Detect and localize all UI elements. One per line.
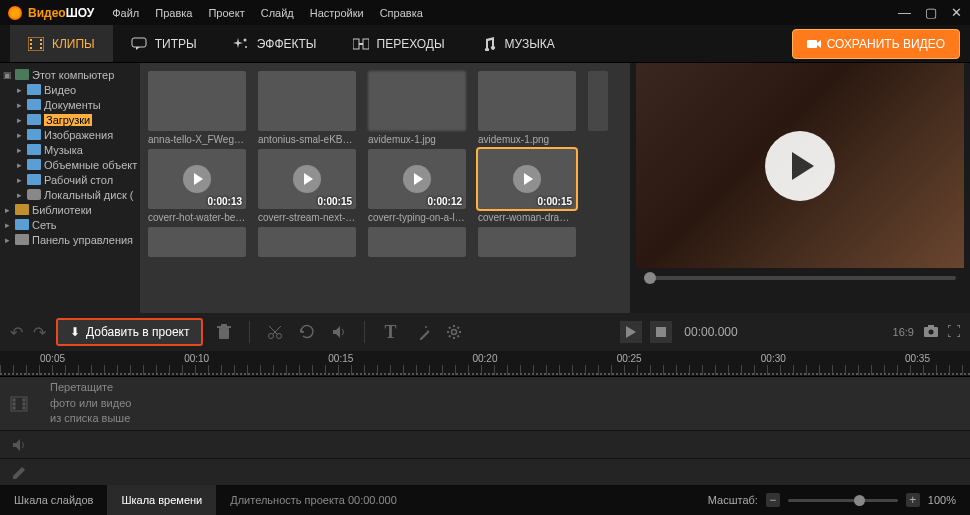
tab-clips-label: КЛИПЫ (52, 37, 95, 51)
titlebar: ВидеоШОУ Файл Правка Проект Слайд Настро… (0, 0, 970, 25)
fullscreen-button[interactable] (948, 325, 960, 339)
delete-button[interactable] (213, 324, 235, 340)
menu-help[interactable]: Справка (380, 7, 423, 19)
wand-button[interactable] (411, 324, 433, 340)
seek-knob[interactable] (644, 272, 656, 284)
thumbnail-grid: anna-tello-X_FWega1EU0-... antonius-smal… (140, 63, 630, 313)
menu-slide[interactable]: Слайд (261, 7, 294, 19)
svg-rect-13 (219, 328, 229, 339)
tree-desktop[interactable]: ▸Рабочий стол (0, 172, 140, 187)
menu-edit[interactable]: Правка (155, 7, 192, 19)
thumb-item[interactable]: avidemux-1.png (478, 71, 576, 145)
add-to-project-button[interactable]: ⬇ Добавить в проект (56, 318, 203, 346)
save-video-button[interactable]: СОХРАНИТЬ ВИДЕО (792, 29, 960, 59)
video-track-placeholder: Перетащите фото или видео из списка выше (38, 380, 131, 426)
zoom-in-button[interactable]: + (906, 493, 920, 507)
video-track[interactable]: Перетащите фото или видео из списка выше (0, 377, 970, 431)
view-timeline[interactable]: Шкала времени (107, 485, 216, 515)
view-slides[interactable]: Шкала слайдов (0, 485, 107, 515)
settings-button[interactable] (443, 324, 465, 340)
svg-rect-15 (221, 324, 227, 326)
svg-rect-27 (13, 399, 15, 401)
tree-music[interactable]: ▸Музыка (0, 142, 140, 157)
redo-button[interactable]: ↷ (33, 323, 46, 342)
effects-track[interactable] (0, 459, 970, 487)
thumb-item[interactable]: 0:00:15coverr-stream-next-to-the... (258, 149, 356, 223)
close-button[interactable]: ✕ (951, 5, 962, 20)
menu-settings[interactable]: Настройки (310, 7, 364, 19)
tree-3d-objects[interactable]: ▸Объемные объект (0, 157, 140, 172)
snapshot-button[interactable] (924, 325, 938, 339)
thumb-item[interactable]: anna-tello-X_FWega1EU0-... (148, 71, 246, 145)
tab-music[interactable]: МУЗЫКА (463, 25, 573, 62)
tree-documents[interactable]: ▸Документы (0, 97, 140, 112)
ruler-mark: 00:05 (40, 353, 65, 364)
thumb-item[interactable]: 0:00:13coverr-hot-water-being-p... (148, 149, 246, 223)
preview-seekbar[interactable] (644, 276, 956, 280)
thumb-item[interactable]: 0:00:12coverr-typing-on-a-laptop... (368, 149, 466, 223)
wand-icon (414, 324, 430, 340)
film-icon (28, 37, 44, 51)
thumb-item[interactable] (478, 227, 576, 257)
svg-rect-12 (807, 40, 817, 48)
thumb-item[interactable] (258, 227, 356, 257)
preview-play-button[interactable] (765, 131, 835, 201)
audio-track[interactable] (0, 431, 970, 459)
tab-effects-label: ЭФФЕКТЫ (257, 37, 317, 51)
tab-clips[interactable]: КЛИПЫ (10, 25, 113, 62)
ruler-mark: 00:15 (328, 353, 353, 364)
thumb-item[interactable]: avidemux-1.jpg (368, 71, 466, 145)
thumb-item[interactable]: 0:00:15coverr-woman-drawing-in-... (478, 149, 576, 223)
ruler-mark: 00:10 (184, 353, 209, 364)
sparkle-icon (233, 37, 249, 51)
tree-network[interactable]: ▸Сеть (0, 217, 140, 232)
tree-pictures[interactable]: ▸Изображения (0, 127, 140, 142)
tab-titles[interactable]: ТИТРЫ (113, 25, 215, 62)
tree-computer[interactable]: ▣Этот компьютер (0, 67, 140, 82)
svg-rect-11 (363, 39, 369, 49)
thumb-item[interactable] (588, 71, 608, 145)
menu-project[interactable]: Проект (208, 7, 244, 19)
trash-icon (217, 324, 231, 340)
svg-point-21 (452, 330, 457, 335)
svg-rect-25 (928, 325, 934, 328)
svg-rect-2 (30, 43, 32, 45)
tab-effects[interactable]: ЭФФЕКТЫ (215, 25, 335, 62)
svg-point-8 (243, 38, 246, 41)
tree-video[interactable]: ▸Видео (0, 82, 140, 97)
edit-toolbar: ↶ ↷ ⬇ Добавить в проект T 00:00.000 16:9 (0, 313, 970, 351)
stop-icon (656, 327, 666, 337)
timeline: 00:05 00:10 00:15 00:20 00:25 00:30 00:3… (0, 351, 970, 487)
thumb-item[interactable] (148, 227, 246, 257)
zoom-slider[interactable] (788, 499, 898, 502)
text-button[interactable]: T (379, 322, 401, 343)
tree-libraries[interactable]: ▸Библиотеки (0, 202, 140, 217)
tree-control-panel[interactable]: ▸Панель управления (0, 232, 140, 247)
minimize-button[interactable]: — (898, 5, 911, 20)
svg-rect-14 (217, 326, 231, 328)
tab-titles-label: ТИТРЫ (155, 37, 197, 51)
timeline-stop-button[interactable] (650, 321, 672, 343)
thumb-item[interactable]: antonius-smal-eKB0NmIUe... (258, 71, 356, 145)
aspect-ratio-label[interactable]: 16:9 (893, 326, 914, 338)
tree-local-disk[interactable]: ▸Локальный диск ( (0, 187, 140, 202)
svg-point-24 (928, 330, 933, 335)
cut-button[interactable] (264, 324, 286, 340)
maximize-button[interactable]: ▢ (925, 5, 937, 20)
play-overlay-icon (513, 165, 541, 193)
volume-button[interactable] (328, 324, 350, 340)
menu-file[interactable]: Файл (112, 7, 139, 19)
time-ruler[interactable]: 00:05 00:10 00:15 00:20 00:25 00:30 00:3… (0, 351, 970, 377)
rotate-icon (299, 324, 315, 340)
timeline-play-button[interactable] (620, 321, 642, 343)
zoom-out-button[interactable]: − (766, 493, 780, 507)
app-logo-icon (8, 6, 22, 20)
tree-downloads[interactable]: ▸Загрузки (0, 112, 140, 127)
svg-rect-1 (30, 39, 32, 41)
undo-button[interactable]: ↶ (10, 323, 23, 342)
rotate-button[interactable] (296, 324, 318, 340)
folder-tree: ▣Этот компьютер ▸Видео ▸Документы ▸Загру… (0, 63, 140, 313)
tab-transitions[interactable]: ПЕРЕХОДЫ (335, 25, 463, 62)
zoom-knob[interactable] (854, 495, 865, 506)
thumb-item[interactable] (368, 227, 466, 257)
